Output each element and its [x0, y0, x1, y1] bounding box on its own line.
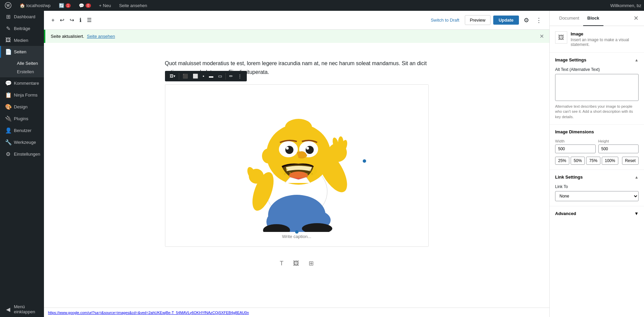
- percent-50-button[interactable]: 50%: [571, 157, 585, 165]
- sidebar-item-dashboard[interactable]: ⊞ Dashboard: [0, 11, 44, 23]
- status-url[interactable]: https://www.google.com/url?sa=i&source=i…: [48, 311, 249, 315]
- add-paragraph-button[interactable]: T: [278, 258, 286, 269]
- link-to-wrap: Link To None Media File Attachment Page …: [550, 184, 644, 206]
- image-dimensions-label: Image Dimensions: [555, 129, 594, 134]
- sidebar-item-seiten[interactable]: 📄 Seiten: [0, 46, 44, 58]
- admin-bar-updates[interactable]: 🔄 1: [57, 0, 73, 11]
- update-label: Update: [499, 18, 514, 23]
- admin-bar-view[interactable]: Seite ansehen: [117, 0, 149, 11]
- width-label: Width: [555, 139, 596, 143]
- bottom-add-toolbar: T 🖼 ⊞: [165, 252, 429, 274]
- sidebar-label-dashboard: Dashboard: [14, 14, 35, 19]
- percent-row: 25% 50% 75% 100% Reset: [550, 157, 644, 169]
- update-button[interactable]: Update: [493, 16, 519, 25]
- sidebar-item-design[interactable]: 🎨 Design: [0, 101, 44, 113]
- sidebar-label-einstellungen: Einstellungen: [14, 152, 40, 157]
- switch-to-draft-button[interactable]: Switch to Draft: [428, 16, 462, 24]
- sidebar-sub-alle-seiten[interactable]: Alle Seiten: [13, 59, 44, 68]
- sidebar-item-ninja-forms[interactable]: 📋 Ninja Forms: [0, 89, 44, 101]
- sidebar-item-einstellungen[interactable]: ⚙ Einstellungen: [0, 148, 44, 160]
- wp-logo-icon: W: [5, 2, 11, 9]
- align-right-button[interactable]: ▪: [201, 72, 207, 80]
- advanced-header[interactable]: Advanced ▼: [550, 206, 644, 221]
- image-container: [165, 85, 428, 246]
- editor-wrapper: + ↩ ↪ ℹ ☰ Switch to Draft Preview Update…: [44, 11, 549, 317]
- add-image-button[interactable]: 🖼: [291, 258, 301, 269]
- width-input[interactable]: [555, 144, 596, 153]
- info-button[interactable]: ℹ: [77, 15, 84, 25]
- align-center-button[interactable]: ⬜: [191, 72, 200, 80]
- align-wide-button[interactable]: ▬: [207, 72, 215, 80]
- sidebar-item-werkzeuge[interactable]: 🔧 Werkzeuge: [0, 136, 44, 148]
- image-type-button[interactable]: 🖼▾: [168, 73, 177, 80]
- add-table-button[interactable]: ⊞: [307, 258, 316, 269]
- editor-content[interactable]: Quot maluisset moderatius te est, lorem …: [44, 43, 549, 308]
- align-left-button[interactable]: ⬛: [181, 72, 190, 80]
- home-icon: 🏠: [20, 3, 25, 8]
- undo-button[interactable]: ↩: [58, 15, 66, 25]
- reset-dimensions-button[interactable]: Reset: [622, 157, 639, 165]
- percent-75-button[interactable]: 75%: [586, 157, 600, 165]
- tab-block[interactable]: Block: [583, 11, 603, 26]
- sidebar-item-benutzer[interactable]: 👤 Benutzer: [0, 125, 44, 136]
- sidebar-item-beitraege[interactable]: ✎ Beiträge: [0, 23, 44, 34]
- align-full-button[interactable]: ▭: [216, 72, 224, 80]
- link-settings-header[interactable]: Link Settings ▲: [550, 170, 644, 184]
- settings-button[interactable]: ⚙: [522, 15, 531, 26]
- resize-handle-bottom[interactable]: [295, 230, 299, 234]
- seiten-icon: 📄: [5, 49, 11, 55]
- image-dimensions-header[interactable]: Image Dimensions: [550, 125, 644, 139]
- alt-text-label: Alt Text (Alternative Text): [555, 67, 639, 72]
- resize-handle-right[interactable]: [363, 159, 366, 163]
- sidebar-sub-label-alle: Alle Seiten: [17, 61, 38, 66]
- panel-content: 🖼 Image Insert an image to make a visual…: [550, 26, 644, 317]
- sidebar-item-kommentare[interactable]: 💬 Kommentare: [0, 77, 44, 89]
- admin-bar-comments[interactable]: 💬 0: [77, 0, 93, 11]
- image-settings-header[interactable]: Image Settings ▲: [550, 53, 644, 67]
- svg-point-27: [280, 164, 317, 178]
- sidebar-label-collapse: Menü einklappen: [14, 304, 40, 314]
- panel-image-header: 🖼 Image Insert an image to make a visual…: [550, 26, 644, 53]
- sidebar: ⊞ Dashboard ✎ Beiträge 🖼 Medien 📄 Seiten…: [0, 11, 44, 317]
- add-block-button[interactable]: +: [49, 15, 56, 25]
- status-bar: https://www.google.com/url?sa=i&source=i…: [44, 308, 549, 317]
- notice-link[interactable]: Seite ansehen: [87, 34, 115, 39]
- updates-icon: 🔄: [59, 3, 64, 8]
- height-input[interactable]: [598, 144, 639, 153]
- image-settings-section: Image Settings ▲ Alt Text (Alternative T…: [550, 53, 644, 125]
- edit-image-button[interactable]: ✏: [227, 72, 235, 80]
- admin-bar-home[interactable]: 🏠 localhost/wp: [18, 0, 53, 11]
- notice-message: Seite aktualisiert.: [51, 34, 84, 39]
- medien-icon: 🖼: [5, 37, 11, 43]
- sidebar-sub-erstellen[interactable]: Erstellen: [13, 68, 44, 76]
- sidebar-item-collapse[interactable]: ◀ Menü einklappen: [0, 301, 44, 317]
- admin-bar: W 🏠 localhost/wp 🔄 1 💬 0 + Neu Seite ans…: [0, 0, 644, 11]
- preview-button[interactable]: Preview: [465, 15, 491, 25]
- advanced-label: Advanced: [555, 211, 576, 216]
- wp-logo-item[interactable]: W: [3, 0, 14, 11]
- panel-close-button[interactable]: ✕: [634, 15, 639, 22]
- sidebar-label-design: Design: [14, 104, 27, 109]
- redo-button[interactable]: ↪: [68, 15, 76, 25]
- homer-simpson-image: [229, 90, 364, 232]
- sidebar-item-plugins[interactable]: 🔌 Plugins: [0, 113, 44, 125]
- more-options-button[interactable]: ⋮: [534, 15, 544, 26]
- more-image-options[interactable]: ⋮: [236, 72, 244, 80]
- tab-document[interactable]: Document: [555, 11, 583, 26]
- percent-100-button[interactable]: 100%: [602, 157, 618, 165]
- svg-point-28: [286, 169, 287, 170]
- sidebar-item-medien[interactable]: 🖼 Medien: [0, 34, 44, 46]
- sidebar-label-seiten: Seiten: [14, 49, 26, 54]
- percent-25-button[interactable]: 25%: [555, 157, 569, 165]
- list-view-button[interactable]: ☰: [85, 15, 94, 25]
- notice-close-button[interactable]: ✕: [540, 33, 544, 39]
- alt-text-input[interactable]: [555, 74, 639, 101]
- admin-bar-new[interactable]: + Neu: [97, 0, 113, 11]
- link-to-select[interactable]: None Media File Attachment Page Custom U…: [555, 191, 639, 201]
- site-url-label: localhost/wp: [26, 3, 51, 8]
- dashboard-icon: ⊞: [5, 14, 11, 20]
- svg-point-14: [338, 136, 343, 149]
- advanced-section: Advanced ▼: [550, 206, 644, 221]
- panel-image-icon: 🖼: [555, 31, 567, 44]
- comments-icon: 💬: [79, 3, 84, 8]
